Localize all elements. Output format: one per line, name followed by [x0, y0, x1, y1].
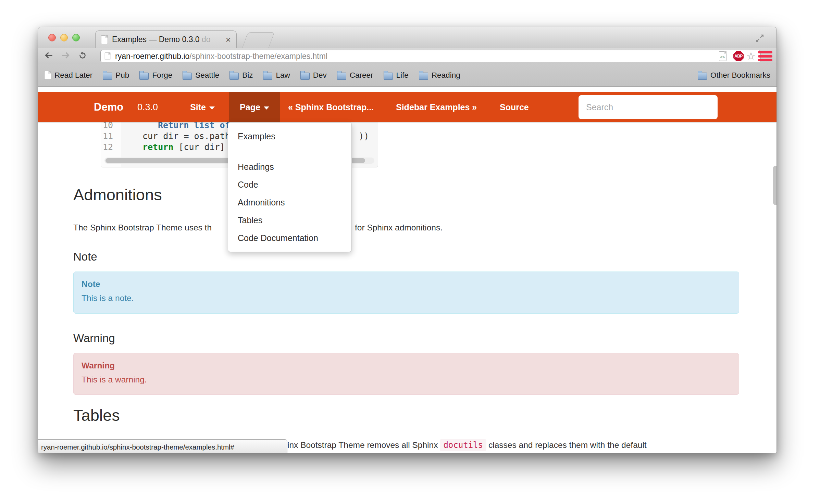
folder-icon [300, 73, 310, 80]
dropdown-item-examples[interactable]: Examples [228, 127, 351, 145]
note-alert-body: This is a note. [82, 293, 739, 303]
site-navbar: Demo 0.3.0 Site Page « Sphinx Bootstrap.… [38, 92, 776, 122]
folder-icon [103, 73, 112, 80]
minimize-window-button[interactable] [60, 34, 68, 41]
adblock-icon[interactable]: ABP [733, 51, 744, 61]
chrome-menu-icon[interactable] [758, 51, 772, 61]
navbar-source-link[interactable]: Source [500, 92, 529, 122]
dropdown-item-code-documentation[interactable]: Code Documentation [228, 229, 351, 247]
folder-icon [229, 73, 239, 80]
browser-window: Examples — Demo 0.3.0 do × ryan-roemer.g… [38, 27, 777, 453]
url-text: ryan-roemer.github.io/sphinx-bootstrap-t… [115, 52, 327, 61]
folder-icon [139, 73, 149, 80]
navbar-site-menu[interactable]: Site [190, 92, 215, 122]
dropdown-item-admonitions[interactable]: Admonitions [228, 193, 351, 211]
search-input[interactable] [579, 95, 718, 119]
note-heading: Note [73, 250, 97, 263]
navbar-version: 0.3.0 [137, 92, 158, 122]
tab-favicon-icon [101, 35, 108, 44]
reload-icon[interactable] [78, 51, 87, 62]
navbar-next-link[interactable]: Sidebar Examples » [396, 92, 477, 122]
vertical-scrollbar-thumb[interactable] [773, 166, 776, 205]
url-favicon-icon [105, 52, 110, 60]
fullscreen-icon[interactable] [754, 33, 766, 44]
address-bar[interactable]: ryan-roemer.github.io/sphinx-bootstrap-t… [100, 50, 761, 62]
bookmark-star-icon[interactable] [746, 51, 756, 61]
close-window-button[interactable] [48, 34, 56, 41]
warning-heading: Warning [73, 332, 115, 345]
bookmark-folder-pub[interactable]: Pub [103, 71, 129, 80]
chevron-down-icon [264, 106, 269, 110]
back-icon[interactable] [44, 50, 54, 62]
folder-icon [337, 73, 346, 80]
tables-heading: Tables [73, 406, 120, 425]
dropdown-item-tables[interactable]: Tables [228, 211, 351, 229]
page-dropdown-menu: Examples Headings Code Admonitions Table… [228, 122, 352, 252]
intro-paragraph-left: The Sphinx Bootstrap Theme uses th [73, 223, 212, 232]
browser-tab[interactable]: Examples — Demo 0.3.0 do × [95, 30, 237, 48]
folder-icon [183, 73, 192, 80]
docutils-code-chip: docutils [440, 439, 486, 451]
tab-title: Examples — Demo 0.3.0 do [112, 35, 222, 44]
bookmark-folder-life[interactable]: Life [384, 71, 409, 80]
bookmark-folder-biz[interactable]: Biz [229, 71, 253, 80]
navbar-prev-link[interactable]: « Sphinx Bootstrap... [288, 92, 374, 122]
warning-alert-title: Warning [82, 361, 739, 370]
folder-icon [263, 73, 272, 80]
folder-icon [384, 73, 393, 80]
forward-icon[interactable] [61, 50, 71, 62]
bookmark-folder-law[interactable]: Law [263, 71, 290, 80]
note-alert-title: Note [82, 279, 739, 289]
dropdown-divider [228, 153, 351, 153]
dropdown-item-code[interactable]: Code [228, 176, 351, 193]
new-tab-button[interactable] [242, 32, 274, 48]
view-source-icon[interactable] [719, 51, 726, 61]
bookmarks-bar: Read Later Pub Forge Seattle Biz Law Dev… [38, 64, 776, 87]
warning-alert-body: This is a warning. [82, 375, 739, 385]
page-viewport: 10Return list of HTML 11cur_dir = os.pat… [38, 87, 776, 453]
titlebar[interactable]: Examples — Demo 0.3.0 do × [38, 27, 776, 48]
traffic-lights [48, 34, 80, 41]
navbar-page-menu[interactable]: Page [229, 92, 280, 122]
warning-alert: Warning This is a warning. [73, 353, 739, 395]
tab-close-icon[interactable]: × [226, 36, 231, 44]
admonitions-heading: Admonitions [73, 185, 162, 204]
bookmark-folder-dev[interactable]: Dev [300, 71, 327, 80]
zoom-window-button[interactable] [72, 34, 80, 41]
chevron-down-icon [209, 106, 215, 110]
bookmark-folder-forge[interactable]: Forge [139, 71, 172, 80]
other-bookmarks[interactable]: Other Bookmarks [698, 71, 770, 80]
status-bar: ryan-roemer.github.io/sphinx-bootstrap-t… [38, 439, 287, 453]
page-icon [44, 71, 51, 80]
intro-paragraph-right: for Sphinx admonitions. [355, 223, 443, 232]
note-alert: Note This is a note. [73, 272, 739, 314]
bookmark-read-later[interactable]: Read Later [44, 71, 92, 80]
folder-icon [419, 73, 428, 80]
bookmark-folder-career[interactable]: Career [337, 71, 373, 80]
navbar-brand[interactable]: Demo [94, 92, 123, 122]
dropdown-item-headings[interactable]: Headings [228, 158, 351, 176]
bookmark-folder-reading[interactable]: Reading [419, 71, 460, 80]
folder-icon [698, 73, 707, 80]
bookmark-folder-seattle[interactable]: Seattle [183, 71, 219, 80]
browser-toolbar: ryan-roemer.github.io/sphinx-bootstrap-t… [38, 48, 776, 64]
tables-paragraph: inx Bootstrap Theme removes all Sphinxdo… [287, 440, 647, 450]
